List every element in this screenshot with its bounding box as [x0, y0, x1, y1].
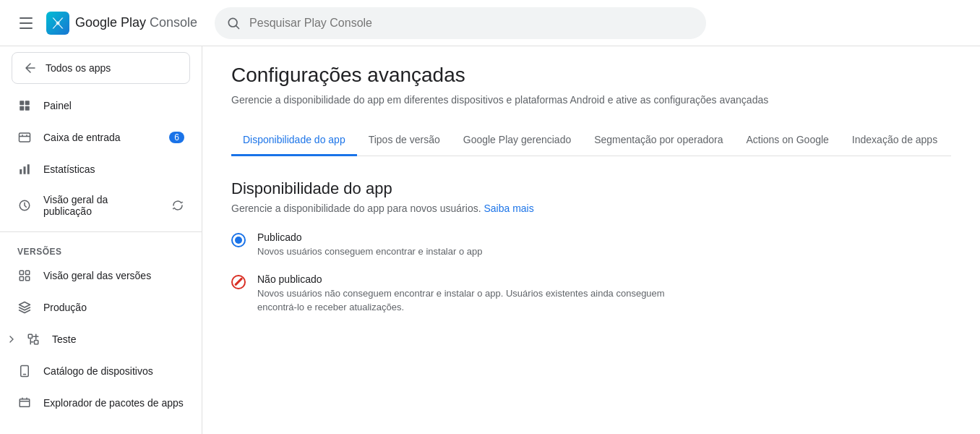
svg-rect-15	[26, 277, 30, 281]
page-title: Configurações avançadas	[231, 64, 951, 87]
radio-publicado-input[interactable]	[231, 233, 246, 247]
packages-icon	[17, 396, 32, 410]
radio-nao-publicado[interactable]: Não publicado Novos usuários não consegu…	[231, 273, 951, 315]
publish-icon	[17, 198, 32, 213]
tabs: Disponibilidade do app Tipos de versão G…	[231, 125, 951, 156]
production-icon	[17, 300, 32, 315]
page-subtitle: Gerencie a disponibilidade do app em dif…	[231, 93, 951, 108]
versions-section-label: Versões	[0, 238, 202, 260]
svg-rect-7	[20, 133, 30, 142]
svg-line-2	[236, 25, 239, 28]
stats-icon	[17, 162, 32, 176]
tab-disponibilidade[interactable]: Disponibilidade do app	[231, 125, 357, 156]
sidebar-stats-label: Estatísticas	[43, 163, 95, 175]
radio-nao-publicado-input[interactable]	[231, 275, 246, 289]
sidebar-item-stats[interactable]: Estatísticas	[0, 153, 202, 185]
svg-point-0	[56, 21, 60, 25]
app-logo-icon	[46, 12, 69, 35]
sidebar-inbox-label: Caixa de entrada	[43, 132, 121, 143]
sidebar-packages-label: Explorador de pacotes de apps	[43, 397, 184, 409]
search-input[interactable]	[249, 17, 695, 30]
tab-tipos-versao[interactable]: Tipos de versão	[357, 125, 452, 156]
sidebar-devices-label: Catálogo de dispositivos	[43, 365, 153, 377]
arrow-left-icon	[24, 61, 37, 75]
svg-rect-10	[27, 164, 30, 174]
sidebar-painel-label: Painel	[43, 100, 72, 111]
search-icon	[226, 16, 241, 30]
section-divider	[0, 231, 202, 232]
sidebar-item-devices[interactable]: Catálogo de dispositivos	[0, 355, 202, 387]
sidebar-item-production[interactable]: Produção	[0, 292, 202, 323]
sidebar-test-label: Teste	[52, 333, 76, 345]
svg-rect-8	[20, 169, 22, 174]
svg-rect-4	[25, 101, 30, 105]
svg-rect-5	[20, 106, 24, 111]
section-title: Disponibilidade do app	[231, 179, 951, 198]
logo-text: Google Play Console	[75, 15, 197, 30]
search-bar[interactable]	[215, 7, 706, 39]
svg-rect-3	[20, 101, 24, 105]
svg-rect-14	[20, 277, 23, 281]
radio-nao-publicado-desc: Novos usuários não conseguem encontrar e…	[257, 286, 691, 315]
radio-publicado[interactable]: Publicado Novos usuários conseguem encon…	[231, 231, 951, 259]
radio-publicado-desc: Novos usuários conseguem encontrar e ins…	[257, 244, 482, 259]
sidebar-item-packages[interactable]: Explorador de pacotes de apps	[0, 387, 202, 419]
svg-rect-9	[24, 166, 26, 174]
tab-actions-google[interactable]: Actions on Google	[734, 125, 840, 156]
radio-publicado-content: Publicado Novos usuários conseguem encon…	[257, 231, 482, 259]
svg-rect-13	[26, 271, 30, 274]
content-area: Configurações avançadas Gerencie a dispo…	[202, 46, 980, 434]
tab-play-gerenciado[interactable]: Google Play gerenciado	[452, 125, 583, 156]
tab-indexacao[interactable]: Indexação de apps	[841, 125, 949, 156]
svg-rect-12	[20, 271, 23, 274]
sidebar-item-publish[interactable]: Visão geral dapublicação	[0, 185, 202, 226]
logo-area: Google Play Console	[46, 12, 197, 35]
sidebar-item-test[interactable]: Teste	[0, 323, 202, 355]
test-icon	[26, 332, 40, 346]
sidebar-item-painel[interactable]: Painel	[0, 90, 202, 122]
hamburger-icon	[20, 17, 33, 29]
all-apps-button[interactable]: Todos os apps	[12, 52, 190, 84]
radio-nao-publicado-label: Não publicado	[257, 273, 691, 285]
sidebar-item-versions-overview[interactable]: Visão geral das versões	[0, 260, 202, 292]
all-apps-label: Todos os apps	[46, 62, 111, 74]
sidebar: Todos os apps Painel	[0, 46, 202, 434]
svg-rect-17	[23, 374, 27, 375]
sidebar-versions-overview-label: Visão geral das versões	[43, 270, 151, 281]
inbox-badge: 6	[169, 132, 184, 143]
sidebar-production-label: Produção	[43, 302, 87, 313]
main-layout: Todos os apps Painel	[0, 46, 980, 434]
sidebar-publish-label: Visão geral dapublicação	[43, 194, 160, 217]
devices-icon	[17, 364, 32, 378]
sidebar-item-inbox[interactable]: Caixa de entrada 6	[0, 122, 202, 153]
svg-rect-6	[25, 106, 30, 111]
dashboard-icon	[17, 98, 32, 113]
hamburger-button[interactable]	[12, 9, 40, 38]
top-header: Google Play Console	[0, 0, 980, 46]
inbox-icon	[17, 130, 32, 145]
expand-icon	[6, 333, 17, 345]
radio-nao-publicado-content: Não publicado Novos usuários não consegu…	[257, 273, 691, 315]
radio-publicado-label: Publicado	[257, 231, 482, 243]
tab-segmentacao[interactable]: Segmentação por operadora	[583, 125, 734, 156]
sync-icon	[171, 199, 184, 212]
saiba-mais-link[interactable]: Saiba mais	[483, 203, 533, 214]
svg-rect-18	[20, 399, 30, 407]
versions-icon	[17, 268, 32, 283]
section-desc: Gerencie a disponibilidade do app para n…	[231, 203, 951, 214]
